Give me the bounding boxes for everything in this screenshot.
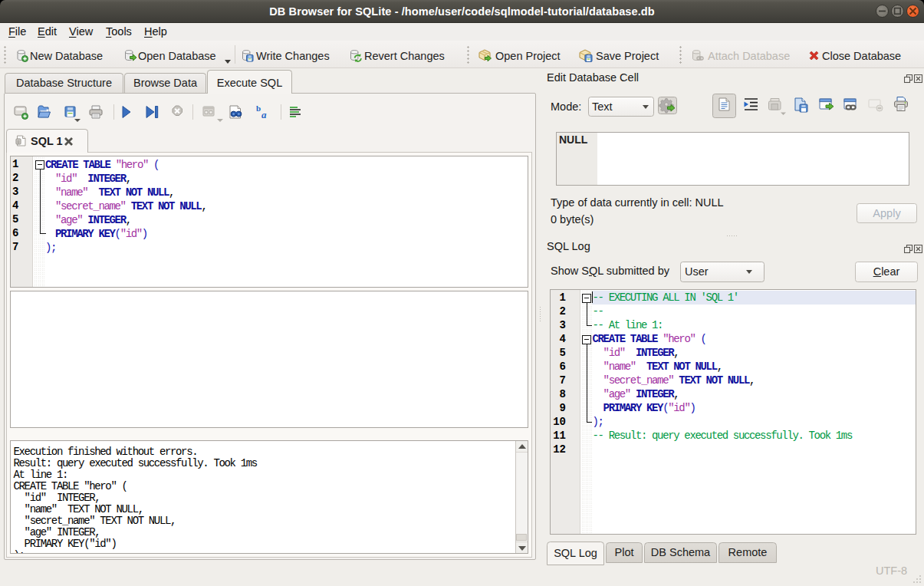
svg-text:b: b <box>256 104 261 113</box>
svg-text:a: a <box>261 109 267 120</box>
